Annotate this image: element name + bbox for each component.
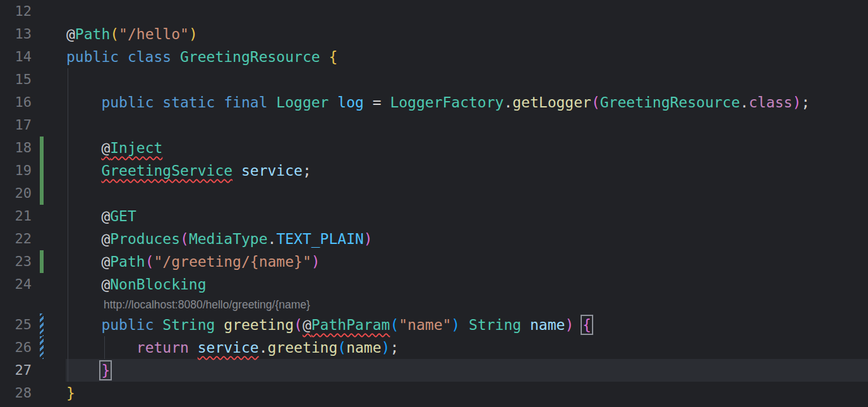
code-editor[interactable]: 1213@Path("/hello")14public class Greeti… (0, 0, 868, 407)
token-type: MediaType (189, 231, 268, 247)
line-number[interactable]: 27 (0, 359, 32, 382)
code-line-text: @Inject (66, 137, 162, 159)
token-default (66, 94, 101, 111)
code-line-text: @NonBlocking (66, 273, 207, 296)
token-default (66, 208, 101, 224)
token-b3: ( (337, 339, 346, 356)
token-var: service (198, 339, 259, 356)
token-at: @ (101, 140, 110, 156)
token-type: Path (75, 26, 110, 42)
code-row-27[interactable]: 27 } (0, 359, 868, 382)
token-default: . (503, 94, 512, 111)
token-default (329, 94, 337, 111)
code-row-25[interactable]: 25 public String greeting(@PathParam("na… (0, 313, 868, 336)
token-default (232, 162, 241, 179)
token-default: = (364, 94, 390, 111)
token-default (66, 162, 101, 179)
line-number[interactable]: 20 (0, 182, 32, 205)
code-line-text: } (66, 382, 75, 404)
token-b3: ( (390, 317, 399, 333)
token-b2: ) (364, 231, 373, 247)
token-type: PathParam (311, 317, 390, 333)
code-row-26[interactable]: 26 return service.greeting(name); (0, 336, 868, 359)
token-b1: } (66, 385, 75, 401)
token-default: . (259, 339, 268, 356)
code-row-17[interactable]: 17 (0, 114, 868, 137)
line-number[interactable]: 15 (0, 68, 32, 91)
token-type: Produces (110, 231, 180, 247)
line-number[interactable]: 21 (0, 205, 32, 228)
line-number[interactable]: 28 (0, 382, 32, 404)
code-row-16[interactable]: 16 public static final Logger log = Logg… (0, 91, 868, 114)
token-b3: ) (451, 317, 460, 333)
token-at: @ (303, 317, 311, 333)
gutter-change-marker[interactable] (40, 250, 44, 273)
code-line-text: public String greeting(@PathParam("name"… (66, 313, 591, 336)
code-line-text: GreetingService service; (66, 159, 311, 182)
code-row-18[interactable]: 18 @Inject (0, 137, 868, 159)
token-b1: ( (110, 26, 119, 42)
token-default (574, 317, 582, 333)
token-default (66, 276, 101, 293)
line-number[interactable]: 24 (0, 273, 32, 296)
line-number[interactable]: 19 (0, 159, 32, 182)
gutter-change-marker[interactable] (40, 159, 44, 182)
token-type: GreetingService (101, 162, 232, 179)
token-b3: ) (382, 339, 390, 356)
code-row-23[interactable]: 23 @Path("/greeting/{name}") (0, 250, 868, 273)
line-number[interactable]: 17 (0, 114, 32, 137)
code-row-14[interactable]: 14public class GreetingResource { (0, 46, 868, 68)
token-default (66, 362, 101, 379)
token-default (460, 317, 469, 333)
token-kw: public (101, 317, 162, 333)
line-number[interactable]: 14 (0, 46, 32, 68)
line-number[interactable]: 12 (0, 0, 32, 23)
line-number[interactable]: 26 (0, 336, 32, 359)
gutter-change-marker[interactable] (40, 137, 44, 159)
code-row-15[interactable]: 15 (0, 68, 868, 91)
token-type: GreetingResource (600, 94, 740, 111)
code-row-21[interactable]: 21 @GET (0, 205, 868, 228)
token-b2: ( (294, 317, 303, 333)
line-number[interactable]: 22 (0, 228, 32, 250)
token-type: GreetingResource (180, 49, 320, 65)
token-type: String (162, 317, 224, 333)
line-number[interactable]: 25 (0, 313, 32, 336)
token-str: "/hello" (119, 26, 189, 42)
token-at: @ (101, 276, 110, 293)
line-number[interactable]: 18 (0, 137, 32, 159)
token-method: name (346, 339, 381, 356)
token-at: @ (101, 253, 110, 270)
line-number[interactable]: 13 (0, 23, 32, 46)
token-type: Inject (110, 140, 162, 156)
code-line-text: @Path("/greeting/{name}") (66, 250, 320, 273)
token-b2: ) (565, 317, 574, 333)
token-var: service (241, 162, 303, 179)
token-var: name (530, 317, 565, 333)
token-default (320, 49, 329, 65)
token-kw: public class (66, 49, 180, 65)
gutter-change-marker[interactable] (40, 182, 44, 205)
inlay-hint-url[interactable]: http://localhost:8080/hello/greeting/{na… (104, 296, 310, 313)
code-row-28[interactable]: 28} (0, 382, 868, 404)
token-default (66, 140, 101, 156)
token-b2: ( (145, 253, 154, 270)
code-row-19[interactable]: 19 GreetingService service; (0, 159, 868, 182)
token-default (66, 231, 101, 247)
code-row-12[interactable]: 12 (0, 0, 868, 23)
code-row-20[interactable]: 20 (0, 182, 868, 205)
token-b2: { (582, 317, 591, 333)
token-default (66, 317, 101, 333)
code-line-text: @Path("/hello") (66, 23, 198, 46)
token-default (66, 339, 136, 356)
code-line-text: public static final Logger log = LoggerF… (66, 91, 810, 114)
token-ctrl: return (136, 339, 198, 356)
code-row-22[interactable]: 22 @Produces(MediaType.TEXT_PLAIN) (0, 228, 868, 250)
token-at: @ (101, 231, 110, 247)
code-row-24[interactable]: 24 @NonBlocking (0, 273, 868, 296)
gutter-striped-marker[interactable] (40, 313, 44, 336)
code-row-13[interactable]: 13@Path("/hello") (0, 23, 868, 46)
line-number[interactable]: 16 (0, 91, 32, 114)
gutter-striped-marker[interactable] (40, 336, 44, 359)
line-number[interactable]: 23 (0, 250, 32, 273)
